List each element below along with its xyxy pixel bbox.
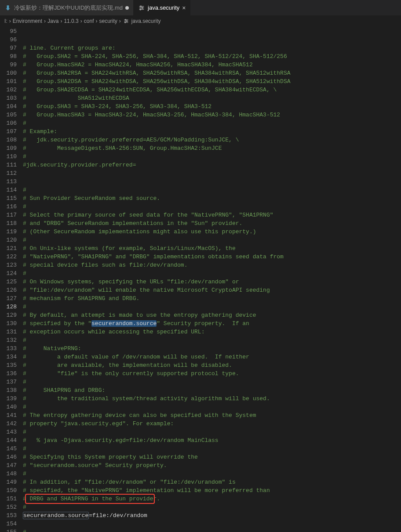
code-line[interactable]: # jdk.security.provider.preferred=AES/GC… xyxy=(23,136,401,144)
tab-label: 冷饭新炒：理解JDK中UUID的底层实现.md xyxy=(14,4,123,12)
line-number: 155 xyxy=(0,528,17,532)
code-line[interactable]: # MessageDigest.SHA-256:SUN, Group.HmacS… xyxy=(23,144,401,152)
code-line[interactable]: # are available, the implementation will… xyxy=(23,361,401,369)
line-number: 108 xyxy=(0,136,17,144)
chevron-right-icon: › xyxy=(119,18,121,24)
code-line[interactable]: # xyxy=(23,303,401,311)
code-line[interactable]: # xyxy=(23,336,401,344)
line-number: 132 xyxy=(0,336,17,344)
code-line[interactable]: # Example: xyxy=(23,127,401,136)
line-number: 96 xyxy=(0,36,17,44)
code-line[interactable] xyxy=(23,177,401,186)
code-line[interactable]: # xyxy=(23,428,401,436)
line-number: 95 xyxy=(0,27,17,36)
breadcrumb-item[interactable]: security xyxy=(99,18,117,24)
line-number: 127 xyxy=(0,294,17,303)
code-line[interactable]: # "securerandom.source" Security propert… xyxy=(23,461,401,470)
breadcrumb-item[interactable]: Java xyxy=(47,18,58,24)
code-line[interactable]: # Group.SHA2ECDSA = SHA224withECDSA, SHA… xyxy=(23,86,401,94)
line-number: 106 xyxy=(0,119,17,127)
code-line[interactable]: # xyxy=(23,403,401,411)
code-line[interactable]: # specified by the "securerandom.source"… xyxy=(23,319,401,328)
code-line[interactable]: # xyxy=(23,503,401,511)
code-line[interactable]: # xyxy=(23,378,401,386)
code-line[interactable]: # The entropy gathering device can also … xyxy=(23,411,401,420)
code-line[interactable]: # SHA1PRNG and DRBG: xyxy=(23,386,401,394)
line-number: 118 xyxy=(0,219,17,228)
code-line[interactable]: # xyxy=(23,445,401,453)
code-line[interactable]: securerandom.source=file:/dev/random xyxy=(23,511,401,520)
tab-markdown[interactable]: 冷饭新炒：理解JDK中UUID的底层实现.md xyxy=(0,0,134,15)
code-line[interactable]: #jdk.security.provider.preferred= xyxy=(23,161,401,169)
breadcrumb-item[interactable]: conf xyxy=(84,18,94,24)
breadcrumb-item[interactable]: java.security xyxy=(123,18,161,25)
code-line[interactable]: # xyxy=(23,186,401,194)
code-line[interactable]: # xyxy=(23,470,401,478)
code-line[interactable]: # special device files such as file:/dev… xyxy=(23,261,401,269)
code-line[interactable]: # NativePRNG: xyxy=(23,344,401,353)
code-line[interactable]: # Group.HmacSHA2 = HmacSHA224, HmacSHA25… xyxy=(23,61,401,69)
code-line[interactable]: # Select the primary source of seed data… xyxy=(23,211,401,219)
match-highlight: securerandom.source xyxy=(23,512,89,519)
line-number: 148 xyxy=(0,470,17,478)
close-icon[interactable]: × xyxy=(182,4,186,11)
chevron-right-icon: › xyxy=(95,18,97,24)
line-number: 145 xyxy=(0,445,17,453)
code-line[interactable]: # xyxy=(23,152,401,161)
line-number: 121 xyxy=(0,244,17,253)
code-line[interactable]: # Group.SHA2DSA = SHA224withDSA, SHA256w… xyxy=(23,77,401,86)
chevron-right-icon: › xyxy=(60,18,62,24)
code-line[interactable]: # "NativePRNG", "SHA1PRNG" and "DRBG" im… xyxy=(23,253,401,261)
code-line[interactable]: # specified, the "NativePRNG" implementa… xyxy=(23,486,401,495)
svg-point-9 xyxy=(126,21,127,22)
code-line[interactable]: # a default value of /dev/random will be… xyxy=(23,353,401,361)
line-number: 112 xyxy=(0,169,17,177)
code-line[interactable]: # Specifying this System property will o… xyxy=(23,453,401,461)
code-line[interactable]: # xyxy=(23,236,401,244)
code-line[interactable] xyxy=(23,520,401,528)
line-number: 113 xyxy=(0,177,17,186)
code-line[interactable]: # property "java.security.egd". For exam… xyxy=(23,420,401,428)
breadcrumb-item[interactable]: Environment xyxy=(13,18,42,24)
code-line[interactable]: # exception occurs while accessing the s… xyxy=(23,328,401,336)
code-line[interactable]: # Group.SHA2 = SHA-224, SHA-256, SHA-384… xyxy=(23,52,401,61)
code-line[interactable]: # xyxy=(23,203,401,211)
code-line[interactable]: # and "DRBG" SecureRandom implementation… xyxy=(23,219,401,228)
code-line[interactable]: # SHA512withECDSA xyxy=(23,94,401,102)
tab-java-security[interactable]: java.security × xyxy=(134,0,190,15)
code-line[interactable]: # (Other SecureRandom implementations mi… xyxy=(23,228,401,236)
code-line[interactable] xyxy=(23,169,401,177)
code-line[interactable]: # Group.SHA2RSA = SHA224withRSA, SHA256w… xyxy=(23,69,401,77)
code-line[interactable]: # mechanism for SHA1PRNG and DRBG. xyxy=(23,294,401,303)
code-line[interactable]: # DRBG and SHA1PRNG in the Sun provider. xyxy=(23,495,401,503)
line-number: 138 xyxy=(0,386,17,394)
code-content[interactable]: # line. Current groups are:# Group.SHA2 … xyxy=(23,27,401,532)
code-line[interactable]: # By default, an attempt is made to use … xyxy=(23,311,401,319)
code-line[interactable]: # "file" is the only currently supported… xyxy=(23,369,401,378)
breadcrumb-item[interactable]: I: xyxy=(4,18,7,24)
line-number: 128 xyxy=(0,303,17,311)
code-line[interactable]: # line. Current groups are: xyxy=(23,44,401,52)
code-line[interactable]: # xyxy=(23,269,401,278)
code-line[interactable]: # On Windows systems, specifying the URL… xyxy=(23,278,401,286)
code-line[interactable]: # Group.HmacSHA3 = HmacSHA3-224, HmacSHA… xyxy=(23,111,401,119)
breadcrumb-item[interactable]: 11.0.3 xyxy=(64,18,78,24)
line-number: 111 xyxy=(0,161,17,169)
code-line[interactable]: # xyxy=(23,528,401,532)
markdown-arrow-icon xyxy=(4,4,11,11)
code-line[interactable]: # % java -Djava.security.egd=file:/dev/r… xyxy=(23,436,401,445)
line-number: 137 xyxy=(0,378,17,386)
editor[interactable]: 9596979899100101102103104105106107108109… xyxy=(0,26,401,532)
code-line[interactable]: # "file:/dev/urandom" will enable the na… xyxy=(23,286,401,294)
code-line[interactable]: # Sun Provider SecureRandom seed source. xyxy=(23,194,401,203)
code-line[interactable]: # xyxy=(23,119,401,127)
svg-point-7 xyxy=(125,19,126,20)
line-number: 109 xyxy=(0,144,17,152)
line-number: 98 xyxy=(0,52,17,61)
line-number: 101 xyxy=(0,77,17,86)
line-number: 150 xyxy=(0,486,17,495)
code-line[interactable]: # On Unix-like systems (for example, Sol… xyxy=(23,244,401,253)
code-line[interactable]: # In addition, if "file:/dev/random" or … xyxy=(23,478,401,486)
code-line[interactable]: # Group.SHA3 = SHA3-224, SHA3-256, SHA3-… xyxy=(23,102,401,111)
code-line[interactable]: # the traditional system/thread activity… xyxy=(23,394,401,403)
